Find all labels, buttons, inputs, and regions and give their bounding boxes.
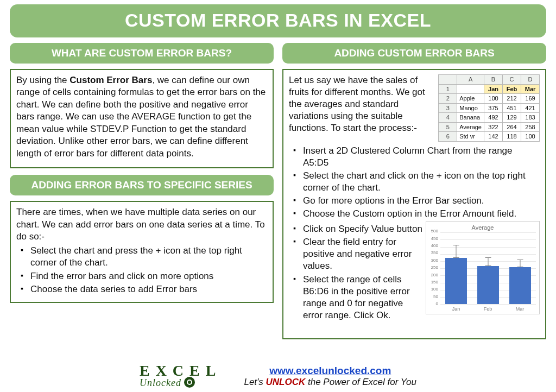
table-col-head: C [503,75,521,85]
table-row-num: 1 [439,84,457,94]
specific-intro: There are times, when we have multiple d… [16,206,267,243]
tagline-unlock: UNLOCK [266,377,306,387]
chart-bar [477,266,499,304]
table-cell: 100 [521,132,540,142]
panel-specific: There are times, when we have multiple d… [10,201,274,303]
panel-adding: Let us say we have the sales of fruits f… [282,69,546,339]
list-item: Select the range of cells B6:D6 in the p… [291,274,422,321]
table-cell: Feb [503,84,521,94]
table-col-head: A [457,75,484,85]
table-col-head: D [521,75,540,85]
table-row-num: 2 [439,94,457,104]
table-cell: 212 [503,94,521,104]
list-item: Choose the data series to add Error bars [18,283,267,295]
list-item: Choose the Custom option in the Error Am… [291,208,540,220]
table-cell: 118 [503,132,521,142]
table-cell: Jan [484,84,503,94]
section-header-what: WHAT ARE CUSTOM ERROR BARS? [10,43,274,64]
steps-upper-list: Insert a 2D Clustered Column Chart from … [289,145,540,220]
table-cell: 169 [521,94,540,104]
table-cell: Average [457,122,484,132]
table-cell [457,84,484,94]
list-item: Clear the field entry for positive and n… [291,236,422,272]
table-cell: 142 [484,132,503,142]
key-icon [184,377,195,388]
steps-lower-list: Click on Specify Value button Clear the … [289,223,422,323]
table-cell: 258 [521,122,540,132]
excel-data-table: A B C D 1 Jan Feb Mar 2 Apple [438,74,540,142]
table-corner [439,75,457,85]
left-column: WHAT ARE CUSTOM ERROR BARS? By using the… [10,43,274,346]
table-cell: 375 [484,103,503,113]
adding-intro: Let us say we have the sales of fruits f… [289,74,434,134]
table-cell: 183 [521,113,540,123]
chart-title: Average [428,224,537,232]
table-cell: 264 [503,122,521,132]
tagline: Let's UNLOCK the Power of Excel for You [244,377,416,388]
table-cell: Banana [457,113,484,123]
table-col-head: B [484,75,503,85]
page-title: CUSTOM ERROR BARS IN EXCEL [10,4,546,37]
table-cell: Apple [457,94,484,104]
content-columns: WHAT ARE CUSTOM ERROR BARS? By using the… [10,43,546,346]
list-item: Find the error bars and click on more op… [18,270,267,282]
table-cell: 492 [484,113,503,123]
table-cell: 322 [484,122,503,132]
section-header-adding: ADDING CUSTOM ERROR BARS [282,43,546,64]
what-text-after: , we can define our own range of cells c… [16,75,266,159]
panel-what: By using the Custom Error Bars, we can d… [10,69,274,168]
table-cell: 421 [521,103,540,113]
table-row-num: 3 [439,103,457,113]
right-column: ADDING CUSTOM ERROR BARS Let us say we h… [282,43,546,346]
chart-bars [440,232,536,304]
logo-text-top: E X C [140,362,185,379]
logo-text-bottom: Unlocked [140,377,181,388]
table-cell: 129 [503,113,521,123]
table-cell: Mar [521,84,540,94]
list-item: Go for more options in the Error Bar sec… [291,195,540,207]
list-item: Select the chart and press the + icon at… [18,245,267,269]
chart-y-labels: 050100150200250300350400450500 [427,231,439,304]
chart-bar [445,258,467,304]
table-row-num: 4 [439,113,457,123]
specific-bullet-list: Select the chart and press the + icon at… [16,245,267,295]
table-row-num: 6 [439,132,457,142]
chart-x-labels: JanFebMar [440,306,536,313]
chart-bar [509,267,531,304]
list-item: Insert a 2D Clustered Column Chart from … [291,145,540,169]
table-row-num: 5 [439,122,457,132]
average-chart: Average 050100150200250300350400450500 J… [426,221,540,314]
list-item: Select the chart and click on the + icon… [291,170,540,194]
table-cell: Std vr [457,132,484,142]
table-cell: 451 [503,103,521,113]
what-text-bold: Custom Error Bars [70,75,152,85]
excel-unlocked-logo: E X C E L Unlocked [140,365,217,388]
site-link[interactable]: www.excelunlocked.com [269,365,391,376]
footer: E X C E L Unlocked www.excelunlocked.com… [0,365,556,388]
table-cell: Mango [457,103,484,113]
what-text-before: By using the [16,75,70,85]
list-item: Click on Specify Value button [291,223,422,235]
section-header-specific: ADDING ERROR BARS TO SPECIFIC SERIES [10,175,274,195]
table-cell: 100 [484,94,503,104]
